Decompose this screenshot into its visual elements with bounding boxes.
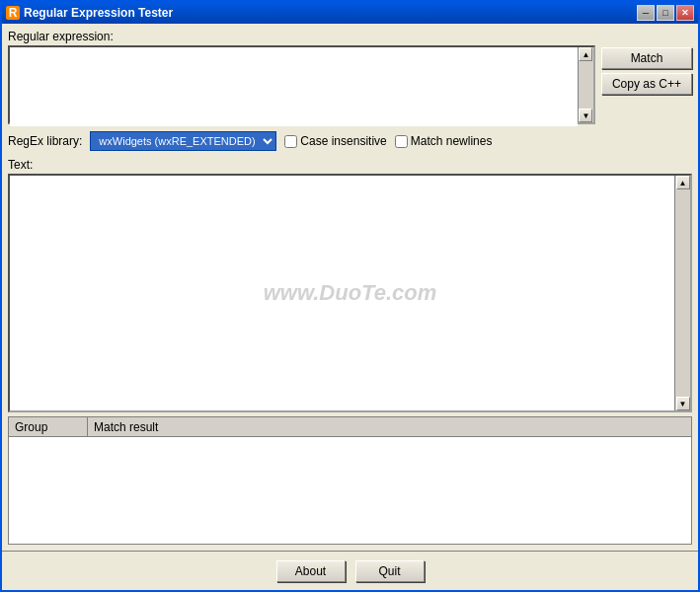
title-buttons: ─ □ ✕ [637, 5, 694, 21]
close-button[interactable]: ✕ [676, 5, 694, 21]
copy-cpp-button[interactable]: Copy as C++ [601, 73, 692, 95]
title-bar: R Regular Expression Tester ─ □ ✕ [2, 2, 698, 24]
regex-input[interactable] [10, 47, 578, 126]
text-scrollbar-down[interactable]: ▼ [676, 397, 690, 410]
bottom-bar: About Quit [2, 551, 698, 590]
library-label: RegEx library: [8, 134, 82, 148]
regex-container: ▲ ▼ [8, 45, 595, 124]
main-window: R Regular Expression Tester ─ □ ✕ Regula… [0, 0, 700, 592]
scrollbar-down-arrow[interactable]: ▼ [579, 109, 592, 122]
regex-row: ▲ ▼ Match Copy as C++ [8, 45, 692, 124]
library-select[interactable]: wxWidgets (wxRE_EXTENDED) [90, 131, 276, 151]
regex-section: Regular expression: ▲ ▼ Match Copy as C+… [8, 30, 692, 124]
case-insensitive-label[interactable]: Case insensitive [284, 134, 386, 148]
results-body [9, 437, 691, 544]
match-column-header: Match result [88, 417, 691, 436]
case-insensitive-checkbox[interactable] [284, 135, 297, 148]
main-content: Regular expression: ▲ ▼ Match Copy as C+… [2, 24, 698, 551]
results-section: Group Match result [8, 416, 692, 545]
quit-button[interactable]: Quit [355, 560, 425, 582]
match-button[interactable]: Match [601, 47, 692, 69]
text-label: Text: [8, 158, 692, 172]
match-newlines-checkbox[interactable] [395, 135, 408, 148]
scrollbar-up-arrow[interactable]: ▲ [579, 47, 592, 61]
app-icon: R [6, 6, 20, 20]
text-scrollbar-up[interactable]: ▲ [676, 176, 690, 189]
text-section: Text: ▲ ▼ www.DuoTe.com [8, 158, 692, 412]
text-input[interactable] [10, 176, 674, 410]
regex-label: Regular expression: [8, 30, 692, 43]
about-button[interactable]: About [276, 560, 346, 582]
results-header: Group Match result [9, 417, 691, 437]
minimize-button[interactable]: ─ [637, 5, 655, 21]
group-column-header: Group [9, 417, 88, 436]
window-title: Regular Expression Tester [24, 6, 637, 20]
maximize-button[interactable]: □ [657, 5, 674, 21]
text-area-container: ▲ ▼ www.DuoTe.com [8, 174, 692, 412]
match-newlines-label[interactable]: Match newlines [395, 134, 493, 148]
options-row: RegEx library: wxWidgets (wxRE_EXTENDED)… [8, 128, 692, 154]
action-buttons: Match Copy as C++ [601, 45, 692, 95]
